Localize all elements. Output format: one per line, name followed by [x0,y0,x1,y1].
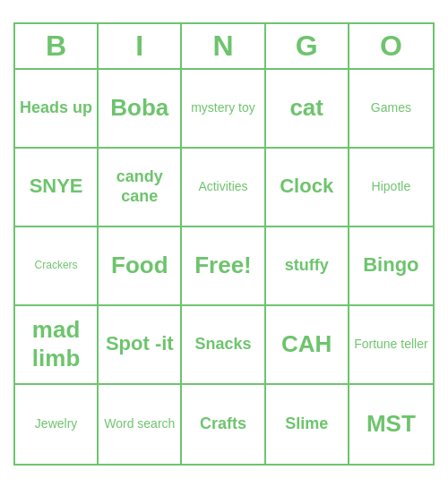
bingo-cell-18: CAH [266,306,349,385]
header-letter-O: O [349,24,433,68]
bingo-cell-23: Slime [266,385,349,464]
bingo-cell-16: Spot -it [99,306,182,385]
bingo-cell-4: Games [349,70,433,149]
bingo-cell-8: Clock [266,149,349,227]
bingo-cell-2: mystery toy [182,70,265,149]
bingo-cell-19: Fortune teller [349,306,433,385]
bingo-cell-17: Snacks [182,306,265,385]
bingo-cell-22: Crafts [182,385,265,464]
header-letter-G: G [266,24,349,68]
bingo-cell-3: cat [266,70,349,149]
bingo-cell-7: Activities [182,149,265,227]
bingo-cell-6: candy cane [99,149,182,227]
bingo-cell-15: mad limb [15,306,99,385]
bingo-grid: Heads upBobamystery toycatGamesSNYEcandy… [15,70,433,464]
bingo-header: BINGO [15,24,433,70]
bingo-cell-9: Hipotle [349,149,433,227]
bingo-cell-13: stuffy [266,227,349,306]
bingo-cell-5: SNYE [15,149,99,227]
bingo-cell-12: Free! [182,227,265,306]
bingo-cell-0: Heads up [15,70,99,149]
header-letter-N: N [182,24,265,68]
bingo-cell-11: Food [99,227,182,306]
bingo-cell-21: Word search [99,385,182,464]
header-letter-I: I [99,24,182,68]
bingo-cell-20: Jewelry [15,385,99,464]
bingo-cell-1: Boba [99,70,182,149]
header-letter-B: B [15,24,99,68]
bingo-cell-10: Crackers [15,227,99,306]
bingo-cell-24: MST [349,385,433,464]
bingo-cell-14: Bingo [349,227,433,306]
bingo-card: BINGO Heads upBobamystery toycatGamesSNY… [13,22,435,466]
